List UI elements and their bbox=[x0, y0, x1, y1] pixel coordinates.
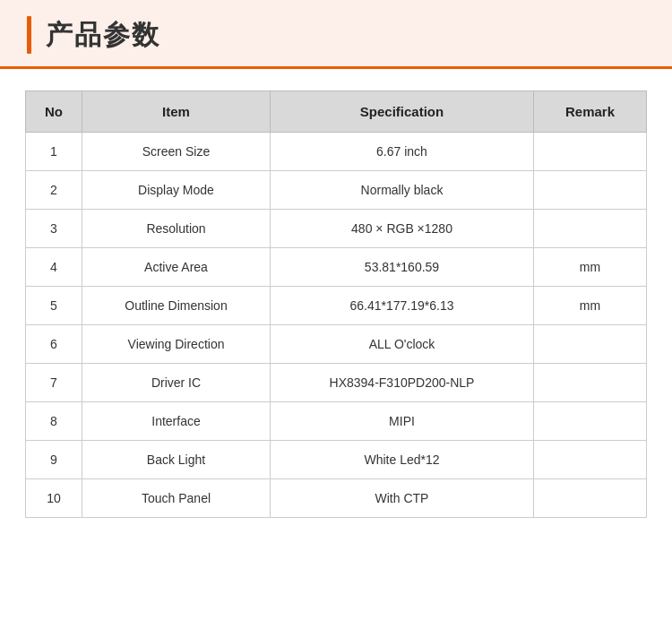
table-row: 10Touch PanelWith CTP bbox=[26, 479, 647, 518]
table-row: 1Screen Size6.67 inch bbox=[26, 133, 647, 171]
cell-no: 6 bbox=[26, 325, 82, 364]
table-row: 9Back LightWhite Led*12 bbox=[26, 441, 647, 479]
cell-specification: ALL O'clock bbox=[271, 325, 534, 364]
cell-item: Display Mode bbox=[82, 171, 271, 210]
table-row: 5Outline Dimension66.41*177.19*6.13mm bbox=[26, 287, 647, 325]
table-row: 6Viewing DirectionALL O'clock bbox=[26, 325, 647, 364]
cell-remark bbox=[534, 441, 647, 479]
cell-no: 2 bbox=[26, 171, 82, 210]
cell-specification: Normally black bbox=[271, 171, 534, 210]
cell-item: Driver IC bbox=[82, 364, 271, 402]
cell-item: Viewing Direction bbox=[82, 325, 271, 364]
cell-remark bbox=[534, 325, 647, 364]
spec-table: No Item Specification Remark 1Screen Siz… bbox=[25, 90, 647, 518]
cell-item: Active Area bbox=[82, 248, 271, 287]
table-section: No Item Specification Remark 1Screen Siz… bbox=[0, 69, 672, 539]
cell-specification: HX8394-F310PD200-NLP bbox=[271, 364, 534, 402]
page-wrapper: 产品参数 No Item Specification Remark 1Scree… bbox=[0, 0, 672, 629]
col-header-item: Item bbox=[82, 91, 271, 133]
cell-item: Back Light bbox=[82, 441, 271, 479]
cell-no: 4 bbox=[26, 248, 82, 287]
cell-remark bbox=[534, 364, 647, 402]
table-row: 2Display ModeNormally black bbox=[26, 171, 647, 210]
cell-item: Screen Size bbox=[82, 133, 271, 171]
cell-remark: mm bbox=[534, 248, 647, 287]
cell-no: 8 bbox=[26, 402, 82, 441]
cell-no: 7 bbox=[26, 364, 82, 402]
cell-item: Interface bbox=[82, 402, 271, 441]
cell-remark bbox=[534, 171, 647, 210]
cell-specification: 66.41*177.19*6.13 bbox=[271, 287, 534, 325]
cell-specification: With CTP bbox=[271, 479, 534, 518]
cell-item: Outline Dimension bbox=[82, 287, 271, 325]
cell-specification: MIPI bbox=[271, 402, 534, 441]
cell-item: Resolution bbox=[82, 210, 271, 248]
cell-specification: 480 × RGB ×1280 bbox=[271, 210, 534, 248]
cell-specification: 53.81*160.59 bbox=[271, 248, 534, 287]
header-section: 产品参数 bbox=[0, 0, 672, 69]
table-row: 4Active Area53.81*160.59mm bbox=[26, 248, 647, 287]
col-header-remark: Remark bbox=[534, 91, 647, 133]
table-row: 3Resolution480 × RGB ×1280 bbox=[26, 210, 647, 248]
col-header-no: No bbox=[26, 91, 82, 133]
cell-remark bbox=[534, 479, 647, 518]
cell-no: 10 bbox=[26, 479, 82, 518]
cell-no: 5 bbox=[26, 287, 82, 325]
col-header-specification: Specification bbox=[271, 91, 534, 133]
table-row: 7Driver ICHX8394-F310PD200-NLP bbox=[26, 364, 647, 402]
cell-specification: White Led*12 bbox=[271, 441, 534, 479]
cell-remark bbox=[534, 402, 647, 441]
cell-remark bbox=[534, 133, 647, 171]
table-header-row: No Item Specification Remark bbox=[26, 91, 647, 133]
cell-remark bbox=[534, 210, 647, 248]
cell-item: Touch Panel bbox=[82, 479, 271, 518]
page-title: 产品参数 bbox=[46, 17, 160, 54]
cell-no: 9 bbox=[26, 441, 82, 479]
cell-no: 1 bbox=[26, 133, 82, 171]
table-row: 8InterfaceMIPI bbox=[26, 402, 647, 441]
cell-remark: mm bbox=[534, 287, 647, 325]
cell-no: 3 bbox=[26, 210, 82, 248]
cell-specification: 6.67 inch bbox=[271, 133, 534, 171]
header-bar-decoration bbox=[27, 16, 31, 54]
